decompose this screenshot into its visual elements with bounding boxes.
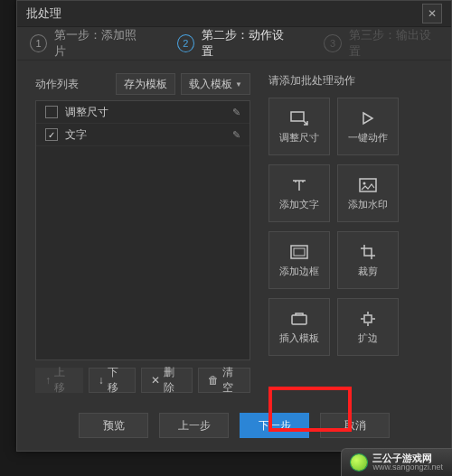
move-down-button[interactable]: ↓ 下移	[89, 368, 137, 393]
close-button[interactable]: ✕	[422, 4, 442, 23]
list-item-label: 调整尺寸	[65, 105, 225, 120]
actions-grid: 调整尺寸 一键动作 添加文字	[268, 98, 433, 356]
edit-icon[interactable]: ✎	[232, 129, 240, 141]
list-item-label: 文字	[65, 127, 225, 143]
step-label: 第三步：输出设置	[349, 27, 438, 60]
svg-rect-6	[364, 315, 372, 322]
close-icon: ✕	[428, 7, 437, 20]
play-icon	[359, 109, 377, 127]
crop-icon	[359, 243, 377, 261]
action-list: 调整尺寸 ✎ ✓ 文字 ✎	[35, 100, 250, 360]
delete-button[interactable]: ✕ 删除	[141, 368, 192, 393]
right-panel: 请添加批处理动作 调整尺寸 一键动作	[268, 73, 433, 406]
logo-icon	[351, 454, 367, 471]
text-icon	[290, 176, 308, 194]
save-template-button[interactable]: 存为模板	[116, 73, 175, 95]
checkbox-icon[interactable]: ✓	[45, 128, 58, 141]
action-crop[interactable]: 裁剪	[337, 231, 399, 289]
cancel-button[interactable]: 取消	[320, 413, 390, 438]
wizard-steps: 1 第一步：添加照片 2 第二步：动作设置 3 第三步：输出设置	[17, 27, 451, 61]
action-expand[interactable]: 扩边	[337, 298, 399, 356]
trash-icon: 🗑	[208, 374, 219, 387]
step-2[interactable]: 2 第二步：动作设置	[177, 27, 292, 60]
action-border[interactable]: 添加边框	[268, 231, 330, 289]
left-panel: 动作列表 存为模板 载入模板 ▼ 调整尺寸 ✎	[35, 73, 250, 406]
step-number-icon: 2	[177, 34, 194, 52]
svg-rect-0	[291, 112, 304, 121]
dialog-footer: 预览 上一步 下一步 取消	[17, 413, 451, 438]
svg-rect-4	[294, 248, 305, 256]
template-icon	[290, 310, 308, 328]
step-1[interactable]: 1 第一步：添加照片	[30, 27, 145, 60]
batch-dialog: 批处理 ✕ 1 第一步：添加照片 2 第二步：动作设置 3 第三步：输出设置 动…	[16, 0, 452, 452]
action-oneclick[interactable]: 一键动作	[337, 98, 399, 155]
expand-icon	[359, 310, 377, 328]
step-number-icon: 3	[324, 34, 341, 52]
step-label: 第二步：动作设置	[202, 27, 291, 60]
load-template-button[interactable]: 载入模板 ▼	[181, 73, 250, 95]
list-item[interactable]: ✓ 文字 ✎	[36, 124, 250, 146]
step-label: 第一步：添加照片	[54, 27, 144, 60]
next-button[interactable]: 下一步	[240, 413, 309, 438]
move-up-button[interactable]: ↑ 上移	[35, 368, 83, 393]
action-watermark[interactable]: 添加水印	[337, 164, 399, 222]
action-list-heading: 动作列表	[35, 77, 110, 92]
arrow-up-icon: ↑	[45, 374, 51, 387]
chevron-down-icon: ▼	[235, 80, 242, 89]
titlebar: 批处理 ✕	[17, 1, 451, 27]
actions-heading: 请添加批处理动作	[268, 73, 433, 89]
list-item[interactable]: 调整尺寸 ✎	[36, 101, 250, 124]
clear-button[interactable]: 🗑 清空	[198, 368, 250, 393]
dialog-body: 动作列表 存为模板 载入模板 ▼ 调整尺寸 ✎	[17, 61, 451, 451]
step-number-icon: 1	[30, 34, 47, 52]
watermark-url: www.sangongzi.net	[372, 463, 443, 471]
svg-rect-5	[292, 315, 306, 324]
prev-button[interactable]: 上一步	[159, 413, 229, 438]
checkbox-icon[interactable]	[45, 106, 58, 118]
svg-point-2	[363, 182, 366, 184]
action-resize[interactable]: 调整尺寸	[268, 98, 330, 155]
watermark-icon	[359, 176, 377, 194]
window-title: 批处理	[26, 5, 61, 22]
preview-button[interactable]: 预览	[79, 413, 148, 438]
border-icon	[290, 243, 308, 261]
arrow-down-icon: ↓	[99, 374, 104, 387]
delete-icon: ✕	[151, 374, 160, 387]
resize-icon	[290, 109, 308, 127]
site-watermark: 三公子游戏网 www.sangongzi.net	[341, 448, 452, 476]
edit-icon[interactable]: ✎	[232, 107, 240, 118]
step-3[interactable]: 3 第三步：输出设置	[324, 27, 438, 60]
list-toolbar: ↑ 上移 ↓ 下移 ✕ 删除 🗑 清空	[35, 368, 250, 393]
action-insert-template[interactable]: 插入模板	[268, 298, 330, 356]
action-text[interactable]: 添加文字	[268, 164, 330, 222]
